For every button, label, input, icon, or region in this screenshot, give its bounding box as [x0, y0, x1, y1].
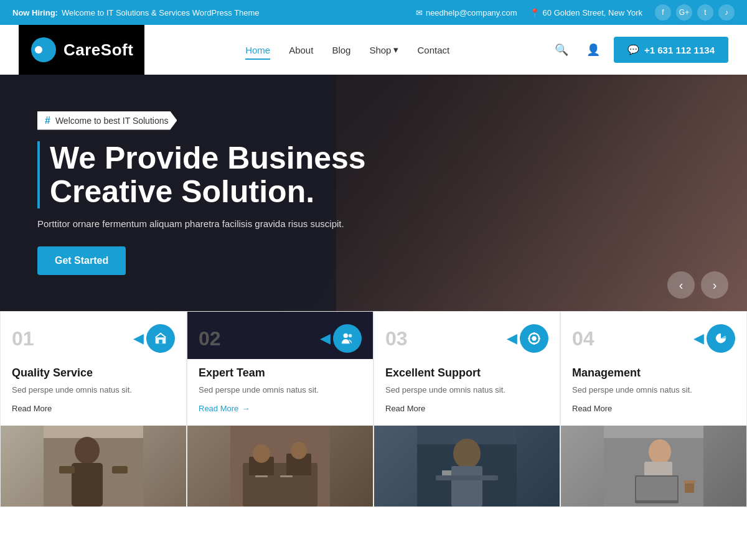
- card-expert-team: 02 ◀ Expert Team Sed perspe unde omnis n…: [187, 311, 374, 507]
- location-icon: 📍: [530, 8, 540, 17]
- card-1-number: 01: [12, 329, 34, 348]
- card-4-icon-group: ◀: [693, 324, 735, 353]
- card-3-icon-group: ◀: [507, 324, 548, 353]
- service-cards-section: 01 ◀ Quality Service Sed perspe unde omn…: [0, 311, 747, 507]
- card-2-image: [187, 426, 373, 506]
- search-button[interactable]: 🔍: [550, 39, 573, 61]
- call-button[interactable]: 💬 +1 631 112 1134: [614, 37, 728, 63]
- hero-section: # Welcome to best IT Solutions We Provid…: [0, 75, 747, 311]
- whatsapp-icon: 💬: [627, 44, 639, 55]
- card-2-arrow-icon: ◀: [320, 330, 331, 347]
- svg-rect-31: [442, 470, 451, 475]
- card-management: 04 ◀ Management Sed perspe unde omnis na…: [560, 311, 747, 507]
- card-3-text: Sed perspe unde omnis natus sit.: [385, 384, 548, 396]
- svg-point-16: [253, 444, 270, 463]
- hero-content: # Welcome to best IT Solutions We Provid…: [37, 111, 366, 275]
- logo-text: CareSoft: [63, 40, 133, 60]
- address-contact: 📍 60 Golden Street, New York: [530, 8, 642, 17]
- card-2-number: 02: [199, 329, 221, 348]
- hero-badge-text: Welcome to best IT Solutions: [55, 116, 169, 126]
- hiring-label: Now Hiring:: [12, 8, 58, 17]
- next-slide-button[interactable]: ›: [701, 271, 728, 299]
- hiring-text: Welcome to IT Solutions & Services WordP…: [62, 8, 260, 17]
- svg-rect-9: [112, 466, 128, 474]
- card-3-body: Excellent Support Sed perspe unde omnis …: [374, 359, 560, 426]
- card-1-icon-group: ◀: [133, 324, 175, 353]
- svg-rect-3: [159, 340, 162, 343]
- svg-point-34: [649, 439, 671, 464]
- card-1-read-more[interactable]: Read More: [12, 404, 52, 413]
- hash-icon: #: [45, 115, 50, 126]
- card-2-body: Expert Team Sed perspe unde omnis natus …: [187, 359, 373, 426]
- card-4-image: [561, 426, 746, 506]
- svg-rect-19: [280, 475, 293, 477]
- svg-point-6: [75, 437, 100, 464]
- nav-contact[interactable]: Contact: [417, 42, 449, 58]
- card-2-header: 02 ◀: [187, 312, 373, 359]
- nav-home[interactable]: Home: [245, 42, 270, 58]
- card-2-title: Expert Team: [199, 366, 362, 380]
- card-4-arrow-icon: ◀: [693, 330, 704, 347]
- hero-arrows: ‹ ›: [667, 271, 728, 299]
- arrow-right-icon: →: [242, 404, 250, 413]
- hero-title: We Provide Business Creative Solution.: [37, 141, 366, 208]
- phone-number: +1 631 112 1134: [644, 45, 715, 55]
- card-2-icon: [333, 324, 362, 353]
- tiktok-icon[interactable]: ♪: [718, 4, 735, 21]
- email-text: needhelp@company.com: [426, 8, 517, 17]
- social-links: f G+ t ♪: [655, 4, 735, 21]
- header-actions: 🔍 👤 💬 +1 631 112 1134: [550, 37, 728, 63]
- email-contact: ✉ needhelp@company.com: [416, 8, 517, 17]
- svg-point-28: [453, 439, 481, 469]
- card-1-title: Quality Service: [12, 366, 175, 380]
- card-4-text: Sed perspe unde omnis natus sit.: [572, 384, 735, 396]
- card-2-read-more[interactable]: Read More →: [199, 404, 250, 413]
- svg-rect-29: [451, 466, 482, 506]
- card-1-text: Sed perspe unde omnis natus sit.: [12, 384, 175, 396]
- svg-point-17: [291, 442, 307, 459]
- card-1-icon: [146, 324, 175, 353]
- chevron-down-icon: ▾: [393, 44, 398, 55]
- facebook-icon[interactable]: f: [655, 4, 671, 21]
- nav-shop[interactable]: Shop ▾: [369, 41, 398, 58]
- card-3-header: 03 ◀: [374, 312, 560, 359]
- svg-rect-37: [636, 477, 677, 500]
- email-icon: ✉: [416, 8, 423, 17]
- address-text: 60 Golden Street, New York: [543, 8, 642, 17]
- card-3-arrow-icon: ◀: [507, 330, 517, 347]
- get-started-button[interactable]: Get Started: [37, 246, 126, 275]
- nav-blog[interactable]: Blog: [332, 42, 350, 58]
- svg-point-1: [35, 46, 42, 54]
- card-4-icon: [707, 324, 735, 353]
- card-3-number: 03: [385, 329, 408, 348]
- top-bar-left: Now Hiring: Welcome to IT Solutions & Se…: [12, 8, 260, 17]
- card-4-header: 04 ◀: [561, 312, 746, 359]
- googleplus-icon[interactable]: G+: [676, 4, 692, 21]
- card-1-arrow-icon: ◀: [133, 330, 144, 347]
- card-2-text: Sed perspe unde omnis natus sit.: [199, 384, 362, 396]
- svg-rect-18: [255, 475, 268, 477]
- top-bar-right: ✉ needhelp@company.com 📍 60 Golden Stree…: [416, 4, 735, 21]
- card-3-icon: [520, 324, 548, 353]
- hero-badge: # Welcome to best IT Solutions: [37, 111, 177, 130]
- hero-title-line2: Creative Solution.: [50, 174, 314, 209]
- user-button[interactable]: 👤: [582, 39, 604, 61]
- card-1-body: Quality Service Sed perspe unde omnis na…: [1, 359, 186, 426]
- prev-slide-button[interactable]: ‹: [667, 271, 695, 299]
- card-3-read-more[interactable]: Read More: [385, 404, 425, 413]
- svg-rect-39: [684, 480, 695, 483]
- nav-about[interactable]: About: [289, 42, 313, 58]
- logo-icon: [30, 36, 57, 63]
- svg-point-10: [344, 334, 348, 338]
- card-4-body: Management Sed perspe unde omnis natus s…: [561, 359, 746, 426]
- logo[interactable]: CareSoft: [19, 25, 144, 75]
- card-4-read-more[interactable]: Read More: [572, 404, 612, 413]
- card-quality-service: 01 ◀ Quality Service Sed perspe unde omn…: [0, 311, 187, 507]
- main-nav: Home About Blog Shop ▾ Contact: [245, 41, 449, 58]
- card-1-header: 01 ◀: [1, 312, 186, 359]
- card-2-icon-group: ◀: [320, 324, 362, 353]
- hero-subtitle: Porttitor ornare fermentum aliquam phare…: [37, 218, 366, 229]
- svg-rect-7: [72, 463, 103, 506]
- twitter-icon[interactable]: t: [697, 4, 713, 21]
- hero-title-line1: We Provide Business: [50, 141, 366, 175]
